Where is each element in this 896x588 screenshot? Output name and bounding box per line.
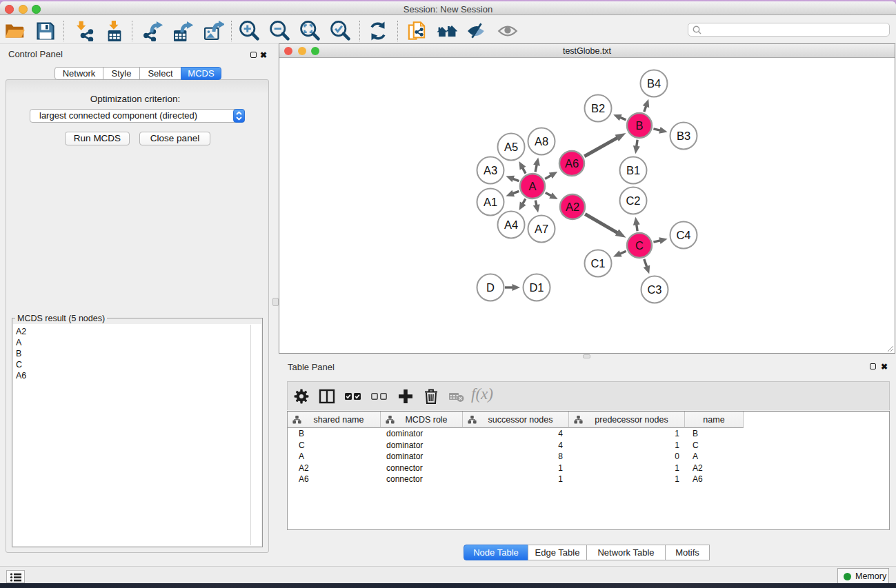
svg-text:B4: B4: [647, 77, 661, 90]
svg-text:B1: B1: [626, 164, 640, 176]
svg-text:A7: A7: [535, 223, 548, 235]
svg-text:A5: A5: [504, 141, 518, 153]
svg-text:C: C: [635, 239, 644, 252]
svg-text:C4: C4: [676, 229, 690, 241]
svg-text:A2: A2: [566, 201, 579, 213]
svg-text:D: D: [486, 281, 495, 294]
svg-text:A3: A3: [484, 164, 497, 176]
svg-text:B: B: [635, 119, 643, 132]
svg-text:C3: C3: [647, 283, 661, 296]
svg-text:A: A: [528, 180, 536, 192]
svg-text:C2: C2: [626, 194, 640, 207]
svg-text:B2: B2: [591, 102, 605, 114]
svg-text:A8: A8: [535, 135, 548, 148]
svg-text:C1: C1: [590, 257, 605, 270]
svg-text:D1: D1: [529, 281, 544, 294]
svg-text:B3: B3: [677, 130, 690, 142]
svg-text:A6: A6: [565, 157, 579, 170]
svg-text:A1: A1: [484, 196, 497, 208]
svg-text:A4: A4: [504, 219, 518, 231]
